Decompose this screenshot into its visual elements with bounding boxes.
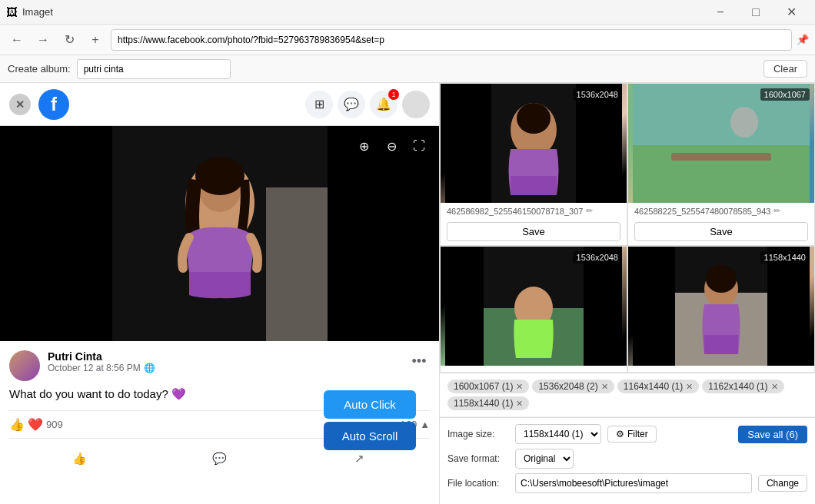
- date-text: October 12 at 8:56 PM: [48, 363, 141, 373]
- remove-filter-icon[interactable]: ✕: [516, 399, 523, 409]
- save-format-label: Save format:: [447, 453, 509, 464]
- share-icon: ↗: [354, 452, 364, 466]
- post-author-avatar: [9, 350, 40, 381]
- save-image-button[interactable]: Save: [447, 222, 620, 241]
- save-format-select[interactable]: Original: [515, 449, 574, 469]
- zoom-out-button[interactable]: ⊖: [379, 134, 404, 158]
- image-size-select[interactable]: 1158x1440 (1): [515, 424, 601, 444]
- facebook-panel: ✕ f ⊞ 💬 🔔 1: [0, 83, 440, 504]
- photo-viewer: ⊕ ⊖ ⛶: [0, 126, 439, 341]
- reaction-count: 909: [46, 419, 63, 430]
- edit-icon[interactable]: ✏: [586, 206, 593, 216]
- svg-point-9: [517, 103, 551, 134]
- filter-tags-area: 1600x1067 (1) ✕ 1536x2048 (2) ✕ 1164x144…: [440, 373, 815, 417]
- photo-content: [112, 126, 328, 341]
- filter-tag-label: 1600x1067 (1): [454, 381, 513, 392]
- globe-icon: 🌐: [144, 363, 155, 373]
- image-dimensions: 1536x2048: [573, 251, 622, 264]
- thumb-svg: [441, 84, 627, 203]
- auto-click-button[interactable]: Auto Click: [324, 390, 416, 419]
- thumb-svg: [628, 247, 814, 366]
- remove-filter-icon[interactable]: ✕: [686, 382, 693, 392]
- address-input[interactable]: [111, 29, 792, 51]
- restore-button[interactable]: □: [738, 0, 773, 25]
- fb-nav-right: ⊞ 💬 🔔 1: [305, 91, 430, 118]
- comment-icon: 💬: [212, 452, 227, 466]
- close-circle-button[interactable]: ✕: [9, 94, 31, 115]
- filter-tag[interactable]: 1162x1440 (1) ✕: [702, 380, 783, 393]
- svg-rect-21: [633, 247, 675, 366]
- facebook-logo[interactable]: f: [38, 89, 69, 120]
- image-dimensions: 1600x1067: [760, 88, 810, 101]
- file-path-input[interactable]: [515, 473, 752, 493]
- minimize-button[interactable]: −: [703, 0, 738, 25]
- post-author-name: Putri Cinta: [48, 350, 401, 363]
- image-filename: 462588225_525547480078585_943: [634, 207, 770, 216]
- clear-button[interactable]: Clear: [763, 60, 807, 78]
- image-grid: 1536x2048 462586982_525546150078718_307 …: [440, 83, 815, 373]
- image-card: 1536x2048 462586982_525546150078718_307 …: [440, 83, 627, 246]
- svg-rect-7: [576, 84, 622, 203]
- image-size-label: Image size:: [447, 429, 509, 439]
- image-scroll-area: 1536x2048 462586982_525546150078718_307 …: [440, 83, 815, 417]
- apps-icon-button[interactable]: ⊞: [305, 91, 333, 118]
- app-title: Imaget: [22, 6, 703, 18]
- file-location-row: File location: Change: [447, 473, 807, 493]
- post-header: Putri Cinta October 12 at 8:56 PM 🌐 •••: [9, 350, 430, 381]
- user-avatar[interactable]: [402, 91, 430, 118]
- messenger-icon: 💬: [344, 97, 359, 111]
- image-thumbnail: 1600x1067: [628, 84, 814, 203]
- auto-buttons: Auto Click Auto Scroll: [324, 390, 416, 450]
- main-content: ✕ f ⊞ 💬 🔔 1: [0, 83, 815, 504]
- filter-tag[interactable]: 1536x2048 (2) ✕: [532, 380, 614, 393]
- notifications-button[interactable]: 🔔 1: [370, 91, 398, 118]
- svg-rect-17: [584, 247, 622, 366]
- image-filename: 462586982_525546150078718_307: [447, 207, 583, 216]
- auto-scroll-button[interactable]: Auto Scroll: [324, 422, 416, 450]
- app-icon: 🖼: [6, 5, 18, 18]
- bottom-controls: Image size: 1158x1440 (1) ⚙ Filter Save …: [440, 417, 815, 504]
- close-button[interactable]: ✕: [773, 0, 809, 25]
- image-thumbnail: 1536x2048: [441, 247, 627, 366]
- apps-icon: ⊞: [314, 97, 324, 111]
- fullscreen-button[interactable]: ⛶: [407, 134, 431, 158]
- image-card: 1158x1440: [627, 246, 815, 373]
- save-image-button[interactable]: Save: [634, 222, 808, 241]
- filter-tag[interactable]: 1600x1067 (1) ✕: [447, 380, 529, 393]
- photo-controls: ⊕ ⊖ ⛶: [351, 134, 431, 158]
- messenger-button[interactable]: 💬: [338, 91, 365, 118]
- post-more-button[interactable]: •••: [408, 350, 430, 372]
- filter-icon: ⚙: [616, 429, 624, 439]
- forward-button[interactable]: →: [32, 29, 54, 51]
- zoom-in-button[interactable]: ⊕: [351, 134, 376, 158]
- like-icon: 👍: [72, 452, 87, 466]
- like-button[interactable]: 👍: [9, 445, 149, 472]
- remove-filter-icon[interactable]: ✕: [771, 382, 778, 392]
- addressbar: ← → ↻ + 📌: [0, 25, 815, 55]
- fb-navbar: ✕ f ⊞ 💬 🔔 1: [0, 83, 439, 126]
- file-location-label: File location:: [447, 478, 509, 489]
- bell-icon: 🔔: [376, 97, 391, 111]
- filter-button[interactable]: ⚙ Filter: [607, 426, 657, 443]
- filter-tag-label: 1536x2048 (2): [538, 381, 597, 392]
- imaget-panel: 1536x2048 462586982_525546150078718_307 …: [440, 83, 815, 504]
- extension-icon: 📌: [797, 34, 809, 45]
- filter-tag[interactable]: 1158x1440 (1) ✕: [447, 396, 529, 410]
- create-album-label: Create album:: [8, 63, 71, 75]
- back-button[interactable]: ←: [6, 29, 28, 51]
- refresh-button[interactable]: ↻: [58, 29, 80, 51]
- filter-tag[interactable]: 1164x1440 (1) ✕: [617, 380, 699, 393]
- remove-filter-icon[interactable]: ✕: [601, 382, 608, 392]
- album-input[interactable]: [77, 59, 231, 79]
- newtab-button[interactable]: +: [85, 29, 106, 51]
- change-location-button[interactable]: Change: [758, 475, 807, 492]
- svg-point-3: [195, 157, 244, 195]
- comment-button[interactable]: 💬: [149, 445, 289, 472]
- filter-tag-label: 1164x1440 (1): [624, 381, 683, 392]
- edit-icon[interactable]: ✏: [773, 206, 780, 216]
- save-all-button[interactable]: Save all (6): [738, 426, 807, 443]
- window-controls: − □ ✕: [703, 0, 809, 25]
- remove-filter-icon[interactable]: ✕: [516, 382, 523, 392]
- filter-tag-label: 1158x1440 (1): [454, 398, 513, 409]
- image-dimensions: 1536x2048: [573, 88, 622, 101]
